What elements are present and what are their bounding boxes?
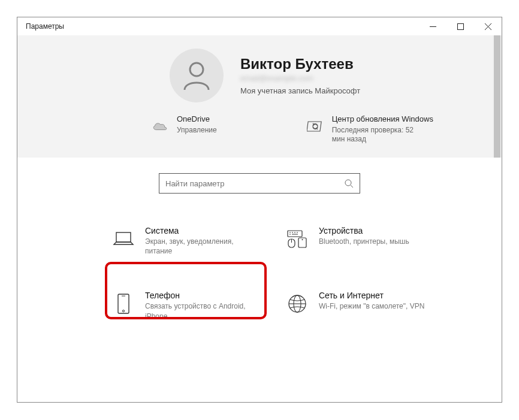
- update-title: Центр обновления Windows: [332, 114, 433, 125]
- category-network[interactable]: Сеть и Интернет Wi-Fi, режим "в самолете…: [284, 288, 440, 323]
- svg-rect-1: [457, 23, 463, 29]
- search-icon: [344, 179, 354, 188]
- svg-point-21: [122, 310, 124, 312]
- devices-icon: [286, 229, 308, 249]
- category-phone[interactable]: Телефон Связать устройство с Android, iP…: [110, 288, 266, 323]
- devices-sub: Bluetooth, принтеры, мышь: [319, 237, 409, 246]
- svg-rect-20: [118, 294, 129, 313]
- devices-title: Устройства: [319, 226, 409, 235]
- search-input[interactable]: [165, 179, 344, 188]
- sync-icon: [307, 118, 324, 135]
- network-sub: Wi-Fi, режим "в самолете", VPN: [319, 301, 424, 311]
- onedrive-title: OneDrive: [177, 114, 217, 125]
- svg-point-4: [190, 63, 203, 76]
- phone-icon: [116, 293, 131, 315]
- minimize-icon: [430, 23, 436, 30]
- profile-row: Виктор Бухтеев email@example.com Моя уче…: [170, 49, 487, 102]
- services-row: OneDrive Управление Центр обновления Win…: [152, 114, 487, 144]
- laptop-icon: [113, 230, 134, 248]
- profile-name: Виктор Бухтеев: [240, 56, 360, 72]
- cloud-icon: [152, 120, 168, 132]
- close-button[interactable]: [474, 17, 502, 35]
- phone-sub: Связать устройство с Android, iPhone: [145, 301, 253, 321]
- account-link[interactable]: Моя учетная запись Майкрософт: [240, 86, 360, 95]
- globe-icon: [287, 294, 307, 314]
- update-sub: Последняя проверка: 52 мин назад: [332, 126, 422, 144]
- titlebar: Параметры: [17, 17, 502, 35]
- svg-point-17: [302, 239, 303, 240]
- service-update[interactable]: Центр обновления Windows Последняя прове…: [307, 114, 433, 144]
- user-icon: [180, 59, 213, 92]
- network-title: Сеть и Интернет: [319, 291, 424, 300]
- svg-rect-5: [307, 122, 321, 131]
- close-icon: [485, 23, 491, 30]
- system-sub: Экран, звук, уведомления, питание: [145, 237, 253, 256]
- maximize-icon: [457, 23, 464, 30]
- svg-rect-8: [116, 232, 131, 242]
- minimize-button[interactable]: [419, 17, 446, 35]
- profile-info: Виктор Бухтеев email@example.com Моя уче…: [240, 56, 360, 95]
- category-devices[interactable]: Устройства Bluetooth, принтеры, мышь: [284, 223, 440, 258]
- onedrive-sub: Управление: [177, 126, 217, 135]
- svg-point-6: [345, 180, 351, 186]
- categories-grid: Система Экран, звук, уведомления, питани…: [110, 223, 502, 324]
- avatar[interactable]: [170, 49, 224, 102]
- category-system[interactable]: Система Экран, звук, уведомления, питани…: [110, 223, 266, 258]
- settings-window: Параметры Виктор Бухтеев email@example.c…: [17, 17, 502, 403]
- phone-title: Телефон: [145, 291, 253, 300]
- profile-email: email@example.com: [240, 74, 360, 83]
- svg-rect-9: [288, 231, 302, 237]
- svg-line-7: [351, 185, 353, 188]
- service-onedrive[interactable]: OneDrive Управление: [152, 114, 217, 144]
- maximize-button[interactable]: [446, 17, 474, 35]
- header-area: Виктор Бухтеев email@example.com Моя уче…: [17, 35, 502, 158]
- search-box[interactable]: [159, 173, 360, 194]
- system-title: Система: [145, 226, 253, 235]
- content-area: Система Экран, звук, уведомления, питани…: [17, 158, 502, 402]
- window-title: Параметры: [26, 22, 64, 31]
